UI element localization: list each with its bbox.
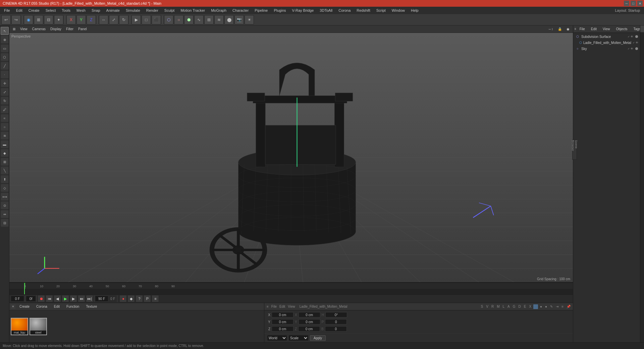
fill-tool[interactable]: ◆ xyxy=(1,149,9,157)
vis-icon-1[interactable]: ● xyxy=(539,304,543,309)
rect-selection-tool[interactable]: ▭ xyxy=(1,44,9,52)
vp-display-menu[interactable]: Display xyxy=(48,27,63,31)
menu-motion-tracker[interactable]: Motion Tracker xyxy=(178,8,208,13)
scrollbar-thumb[interactable] xyxy=(640,26,644,32)
rotate-tool[interactable]: ↻ xyxy=(1,97,9,105)
vp-solo-icon[interactable]: ◉ xyxy=(565,27,572,31)
obj-ladle[interactable]: ⬡ Ladle_Filled_with_Molten_Metal ✓ 👁 xyxy=(574,40,639,46)
props-file-tab[interactable]: File xyxy=(270,304,278,309)
move-tool-button[interactable]: ↔ xyxy=(99,15,108,24)
props-view-tab[interactable]: View xyxy=(287,304,296,309)
om-objects-tab[interactable]: Objects xyxy=(613,27,630,31)
vp-panel-menu[interactable]: Panel xyxy=(76,27,89,31)
align-icon[interactable]: ≡ xyxy=(560,304,565,309)
menu-edit[interactable]: Edit xyxy=(13,8,25,13)
vis-icon-2[interactable]: ● xyxy=(544,304,548,309)
right-scrollbar[interactable] xyxy=(640,26,644,342)
poly-tool[interactable]: ⬡ xyxy=(1,53,9,61)
mat-tab-edit[interactable]: Edit xyxy=(51,304,62,309)
live-selection-tool[interactable]: ⊕ xyxy=(1,36,9,44)
loop-cut-tool[interactable]: ⊟ xyxy=(1,219,9,227)
menu-help[interactable]: Help xyxy=(408,8,421,13)
menu-window[interactable]: Window xyxy=(389,8,408,13)
weld-tool[interactable]: ⊙ xyxy=(1,201,9,209)
menu-mograph[interactable]: MoGraph xyxy=(208,8,229,13)
start-frame-input[interactable] xyxy=(11,296,24,302)
paint-tool[interactable]: 🖊 xyxy=(1,105,9,113)
point-tool[interactable]: · xyxy=(1,70,9,79)
menu-file[interactable]: File xyxy=(1,8,13,13)
nurbs-button[interactable]: ⊞ xyxy=(204,15,214,24)
scale-tool-button[interactable]: ⤢ xyxy=(109,15,118,24)
edit-icon[interactable]: ✎ xyxy=(549,304,554,309)
mat-tab-function[interactable]: Function xyxy=(64,304,82,309)
next-frame-button[interactable]: ⏭ xyxy=(78,295,85,302)
props-file-icon[interactable]: ≡ xyxy=(266,304,270,309)
prev-frame-button[interactable]: ⏮ xyxy=(46,295,53,302)
viewport[interactable]: Perspective xyxy=(9,33,573,282)
menu-create[interactable]: Create xyxy=(26,8,42,13)
obj-sky[interactable]: ○ Sky ✓ 👁 xyxy=(574,46,639,52)
apply-button[interactable]: Apply xyxy=(310,335,326,341)
vp-lock-icon[interactable]: 🔒 xyxy=(556,27,564,31)
menu-select[interactable]: Select xyxy=(43,8,59,13)
play-button[interactable]: ▶ xyxy=(62,295,69,302)
deformer-button[interactable]: ≋ xyxy=(214,15,224,24)
brush-tool[interactable]: ○ xyxy=(1,123,9,131)
undo-button[interactable]: ↩ xyxy=(1,15,11,24)
current-frame-input[interactable] xyxy=(26,296,36,302)
om-view-tab[interactable]: View xyxy=(600,27,613,31)
maximize-button[interactable]: □ xyxy=(631,1,636,6)
object-mode-button[interactable]: ⊞ xyxy=(34,15,43,24)
mat-tab-create[interactable]: Create xyxy=(17,304,32,309)
vp-cameras-menu[interactable]: Cameras xyxy=(30,27,48,31)
vp-filter-menu[interactable]: Filter xyxy=(64,27,75,31)
motion-button[interactable]: P xyxy=(144,295,151,302)
bridge-tool[interactable]: ⟺ xyxy=(1,193,9,201)
om-edit-tab[interactable]: Edit xyxy=(588,27,599,31)
extrude-tool[interactable]: ⬆ xyxy=(1,175,9,183)
flatten-tool[interactable]: ▬ xyxy=(1,140,9,148)
viewport-render-button[interactable]: ⬛ xyxy=(152,15,161,24)
y-axis-button[interactable]: Y xyxy=(76,15,86,24)
menu-plugins[interactable]: Plugins xyxy=(271,8,288,13)
z-axis-button[interactable]: Z xyxy=(87,15,96,24)
knife-tool[interactable]: ╲ xyxy=(1,166,9,174)
slide-tool[interactable]: ⇔ xyxy=(1,210,9,218)
menu-redshift[interactable]: Redshift xyxy=(354,8,373,13)
om-file-tab[interactable]: File xyxy=(577,27,588,31)
menu-tools[interactable]: Tools xyxy=(59,8,73,13)
sphere-button[interactable]: ○ xyxy=(174,15,183,24)
move-tool[interactable]: ✛ xyxy=(1,79,9,87)
record-button[interactable]: ⏺ xyxy=(38,295,45,302)
menu-3dtoall[interactable]: 3DToAll xyxy=(317,8,335,13)
expand-tool[interactable]: ⊞ xyxy=(1,158,9,166)
link-icon[interactable]: ⇥ xyxy=(555,304,559,309)
menu-vray[interactable]: V-Ray Bridge xyxy=(289,8,317,13)
mat-tab-texture[interactable]: Texture xyxy=(83,304,100,309)
y-pos-input[interactable] xyxy=(272,319,293,325)
render-button[interactable]: ▶ xyxy=(131,15,141,24)
x-rot-input[interactable] xyxy=(299,312,320,317)
prev-key-button[interactable]: ◀ xyxy=(54,295,61,302)
menu-script[interactable]: Script xyxy=(374,8,388,13)
last-frame-button[interactable]: ⏭| xyxy=(86,295,93,302)
end-frame-input[interactable] xyxy=(95,296,108,302)
mat-tab-corona[interactable]: Corona xyxy=(34,304,50,309)
menu-sculpt[interactable]: Sculpt xyxy=(162,8,177,13)
model-mode-button[interactable]: ◉ xyxy=(24,15,33,24)
spline-button[interactable]: ∿ xyxy=(194,15,204,24)
pin-icon[interactable]: 📌 xyxy=(566,304,572,309)
rotate-tool-button[interactable]: ↻ xyxy=(119,15,128,24)
bevel-tool[interactable]: ◇ xyxy=(1,184,9,192)
obj-subdivision-surface[interactable]: ⬡ Subdivision Surface ✓ 👁 xyxy=(574,34,639,40)
om-menu-icon[interactable]: ≡ xyxy=(575,27,576,32)
next-key-button[interactable]: ▶ xyxy=(70,295,77,302)
extra-button[interactable]: ≡ xyxy=(152,295,159,302)
y-rot-input[interactable] xyxy=(299,319,320,325)
scale-dropdown[interactable]: Scale xyxy=(288,335,309,341)
props-edit-tab[interactable]: Edit xyxy=(278,304,286,309)
h-input[interactable] xyxy=(325,312,347,317)
menu-corona[interactable]: Corona xyxy=(336,8,353,13)
timeline-bar[interactable] xyxy=(9,289,573,294)
